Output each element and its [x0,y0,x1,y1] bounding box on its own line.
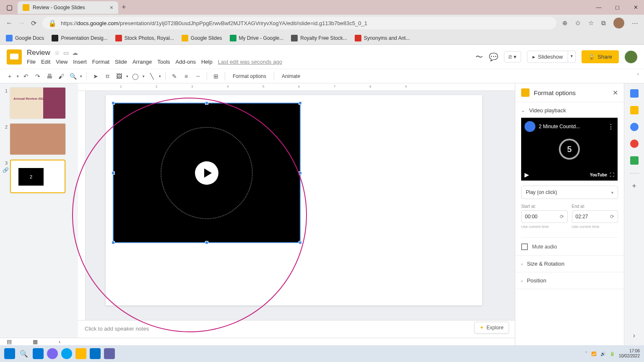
outlook-icon[interactable] [90,348,101,359]
tasks-icon[interactable] [630,123,639,131]
present-button[interactable]: ⎚▾ [504,51,521,62]
back-icon[interactable]: ← [6,19,13,27]
textbox-icon[interactable]: ⧈ [103,72,112,80]
address-bar[interactable]: 🔒 https://docs.google.com/presentation/d… [42,17,556,29]
add-favorite-icon[interactable]: ✩ [575,19,581,27]
close-sidebar-icon[interactable]: ✕ [613,89,618,97]
border-weight-icon[interactable]: ≡ [182,73,191,80]
bookmark-item[interactable]: Royalty Free Stock... [291,35,347,41]
bookmark-item[interactable]: Stock Photos, Royal... [115,35,174,41]
mute-audio-checkbox[interactable]: Mute audio [521,237,618,250]
explorer-icon[interactable] [75,348,86,359]
size-rotation-section[interactable]: › Size & Rotation [521,261,618,267]
search-icon[interactable]: 🔍 [18,348,29,359]
resize-handle[interactable] [205,101,208,105]
comment-insert-icon[interactable]: ⊞ [211,73,221,80]
edge-icon[interactable] [61,348,72,359]
select-icon[interactable]: ➤ [91,73,100,80]
start-at-input[interactable]: 00:00⟳ [521,210,568,223]
bookmark-item[interactable]: Synonyms and Ant... [355,35,410,41]
menu-file[interactable]: File [27,59,36,65]
video-object[interactable] [113,103,301,243]
filmstrip-view-icon[interactable]: ▤ [7,339,16,345]
browser-profile-avatar[interactable] [613,18,624,28]
video-preview[interactable]: 2 Minute Countd... ⋮ 5 ▶ YouTube ⛶ [521,118,618,181]
resize-handle[interactable] [299,241,302,244]
add-addon-icon[interactable]: + [632,182,636,191]
slideshow-button[interactable]: ▸Slideshow [527,51,568,63]
menu-slide[interactable]: Slide [115,59,127,65]
contacts-icon[interactable] [630,140,639,148]
play-mode-select[interactable]: Play (on click) ▾ [521,186,618,199]
newtab-button[interactable]: + [122,3,126,12]
resize-handle[interactable] [299,101,302,105]
undo-icon[interactable]: ↶ [21,73,31,80]
zoom-icon[interactable]: 🔍 [68,73,78,80]
comments-icon[interactable]: 💬 [489,52,498,62]
menu-insert[interactable]: Insert [73,59,87,65]
bookmark-item[interactable]: Presentation Desig... [52,35,107,41]
menu-view[interactable]: View [56,59,68,65]
preview-play-icon[interactable]: ▶ [525,171,529,178]
menu-addons[interactable]: Add-ons [176,59,196,65]
activity-icon[interactable]: 〜 [475,52,483,62]
video-playback-section[interactable]: ⌄ Video playback [521,107,618,114]
explore-button[interactable]: ✦Explore [474,322,509,334]
refresh-icon[interactable]: ⟳ [610,214,614,220]
menu-tools[interactable]: Tools [157,59,170,65]
cloud-status-icon[interactable]: ☁ [72,49,78,56]
play-button[interactable] [195,161,218,185]
image-icon[interactable]: 🖼 [114,73,124,80]
resize-handle[interactable] [205,241,208,244]
volume-icon[interactable]: 🔊 [600,352,605,356]
resize-handle[interactable] [112,241,115,244]
end-at-input[interactable]: 02:27⟳ [572,210,618,223]
slide-thumbnail-2[interactable] [10,124,65,155]
collections-icon[interactable]: ⧉ [601,19,606,27]
battery-icon[interactable]: 🔋 [610,352,615,356]
move-icon[interactable]: ▭ [63,49,69,56]
slide-canvas[interactable] [106,95,482,305]
maximize-icon[interactable]: ◻ [612,4,622,10]
slideshow-dropdown[interactable]: ▾ [568,51,576,63]
browser-menu-icon[interactable]: ⋯ [632,19,638,27]
bookmark-item[interactable]: My Drive - Google... [230,35,284,41]
slide-thumbnail-3[interactable]: 2 [10,160,65,193]
position-section[interactable]: › Position [521,277,618,284]
use-current-end[interactable]: Use current time [572,225,618,229]
last-edit-link[interactable]: Last edit was seconds ago [218,59,282,65]
resize-handle[interactable] [112,101,115,105]
refresh-icon[interactable]: ⟳ [560,214,564,220]
wifi-icon[interactable]: 📶 [591,352,596,356]
menu-arrange[interactable]: Arrange [132,59,152,65]
refresh-icon[interactable]: ⟳ [31,19,36,27]
start-icon[interactable] [4,348,15,359]
zoom-icon[interactable]: ⊕ [562,19,568,27]
redo-icon[interactable]: ↷ [33,73,42,80]
app-icon[interactable] [47,348,58,359]
bookmark-item[interactable]: Google Docs [6,35,44,41]
minimize-icon[interactable]: — [594,4,604,10]
hide-sidepanel-icon[interactable]: › [633,332,635,339]
close-tab-icon[interactable]: × [110,4,113,11]
fullscreen-icon[interactable]: ⛶ [610,172,614,177]
star-icon[interactable]: ☆ [55,49,60,56]
teams-icon[interactable] [104,348,115,359]
bookmark-item[interactable]: Google Slides [182,35,222,41]
collapse-panel-icon[interactable]: ‹ [59,339,68,345]
paint-format-icon[interactable]: 🖌 [57,73,66,80]
resize-handle[interactable] [299,171,302,175]
grid-view-icon[interactable]: ▦ [33,339,42,345]
shape-icon[interactable]: ◯ [131,73,140,80]
print-icon[interactable]: 🖶 [45,73,54,80]
menu-help[interactable]: Help [201,59,213,65]
format-options-button[interactable]: Format options [229,72,270,81]
video-menu-icon[interactable]: ⋮ [608,123,614,131]
new-slide-icon[interactable]: + [5,73,14,80]
maps-icon[interactable] [630,156,639,165]
site-info-icon[interactable]: 🔒 [48,19,57,27]
animate-button[interactable]: Animate [278,72,304,81]
clock[interactable]: 17:06 10/02/2022 [619,349,640,359]
speaker-notes[interactable]: Click to add speaker notes [78,320,515,338]
border-dash-icon[interactable]: ┄ [193,73,203,80]
